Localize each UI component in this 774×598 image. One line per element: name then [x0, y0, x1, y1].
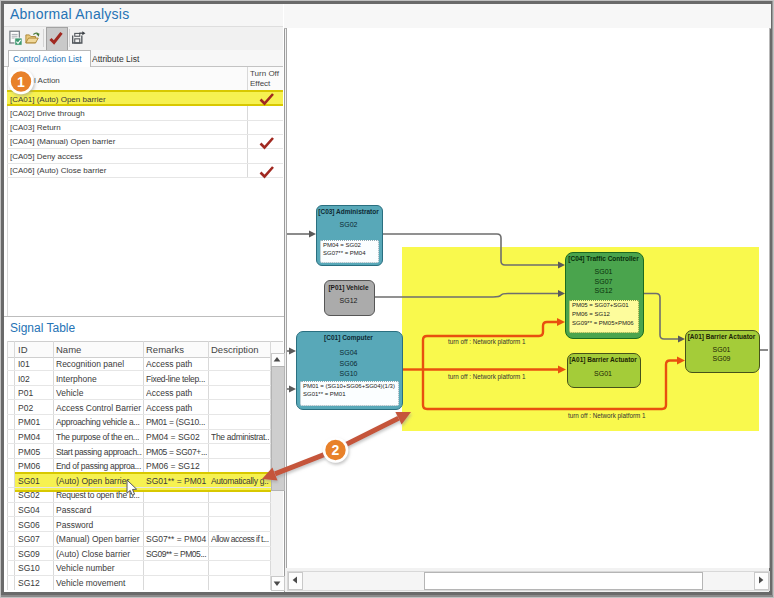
svg-text:1: 1: [17, 74, 25, 90]
svg-text:2: 2: [332, 442, 340, 458]
